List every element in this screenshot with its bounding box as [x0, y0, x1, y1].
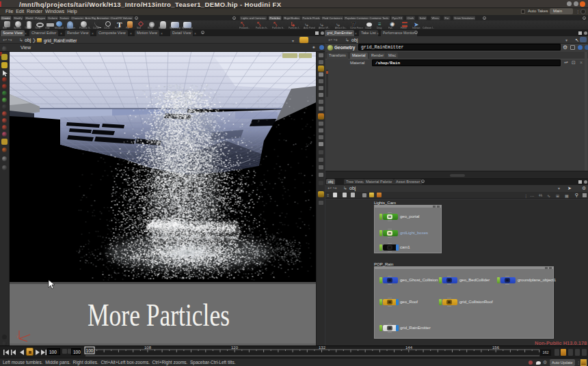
svg-text:144: 144 [405, 346, 413, 350]
svg-text:156: 156 [492, 346, 500, 350]
svg-text:132: 132 [319, 346, 326, 350]
svg-text:More Particles: More Particles [88, 298, 230, 333]
svg-text:162: 162 [542, 350, 548, 354]
svg-text:100: 100 [86, 348, 94, 353]
svg-text:120: 120 [231, 346, 239, 350]
svg-text:108: 108 [144, 346, 152, 350]
